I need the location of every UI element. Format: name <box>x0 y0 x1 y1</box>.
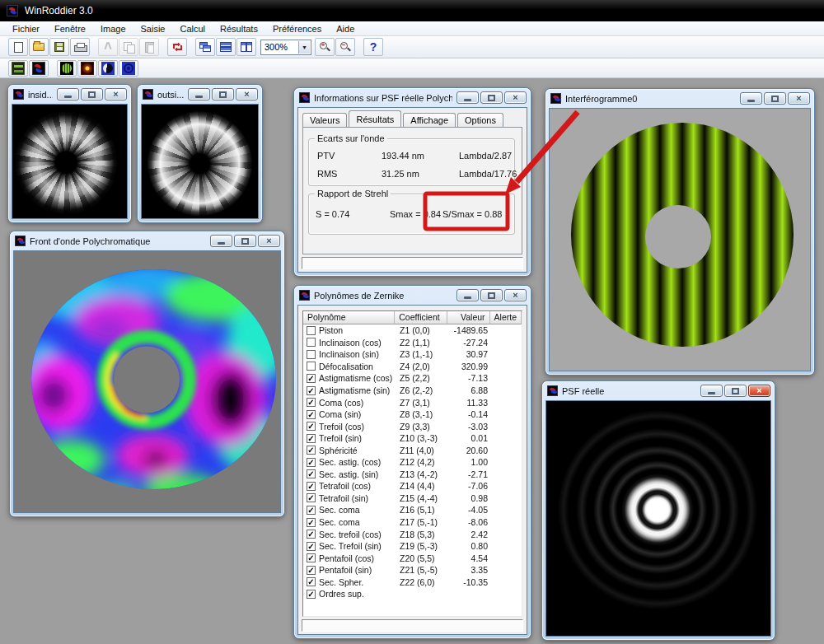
close-button[interactable]: × <box>236 88 258 100</box>
paste-button[interactable] <box>139 38 159 56</box>
window-info-titlebar[interactable]: Informations sur PSF réelle Polychro... … <box>294 88 531 107</box>
window-zernike-title: Polynômes de Zernike <box>314 291 452 301</box>
window-interferogram-titlebar[interactable]: Interférogramme0 × <box>545 89 814 108</box>
menu-item-calcul[interactable]: Calcul <box>172 22 213 35</box>
zernike-checkbox[interactable]: ✓ <box>307 386 316 395</box>
tab-affichage[interactable]: Affichage <box>403 113 456 127</box>
zernike-checkbox[interactable] <box>307 362 316 371</box>
interferogram-tool-button[interactable] <box>57 60 77 77</box>
roddier-measure-button[interactable] <box>8 60 28 77</box>
zernike-checkbox[interactable]: ✓ <box>307 553 316 562</box>
zernike-checkbox[interactable]: ✓ <box>307 434 316 443</box>
zernike-checkbox[interactable] <box>307 350 316 359</box>
close-button[interactable]: × <box>504 91 527 104</box>
minimize-button[interactable] <box>188 88 210 100</box>
window-wavefront-titlebar[interactable]: Front d'onde Polychromatique × <box>10 231 284 250</box>
combo-dropdown-button[interactable]: ▼ <box>298 41 310 54</box>
window-wavefront: Front d'onde Polychromatique × <box>10 231 284 516</box>
zernike-checkbox[interactable]: ✓ <box>307 518 316 527</box>
zernike-checkbox[interactable]: ✓ <box>307 482 316 491</box>
window-psf-titlebar[interactable]: PSF réelle × <box>542 381 775 400</box>
app-title-bar[interactable]: WinRoddier 3.0 <box>0 0 824 21</box>
zernike-checkbox[interactable]: ✓ <box>307 398 316 407</box>
zernike-value-cell: 1.00 <box>448 457 491 467</box>
zoom-level-combobox[interactable]: 300% ▼ <box>260 40 311 55</box>
column-header-valeur[interactable]: Valeur <box>447 311 490 324</box>
close-button[interactable]: × <box>105 88 127 100</box>
zernike-checkbox[interactable]: ✓ <box>307 410 316 419</box>
zoom-out-button[interactable]: − <box>335 38 355 56</box>
menu-item-fenetre[interactable]: Fenêtre <box>47 22 93 35</box>
zernike-checkbox[interactable] <box>307 326 316 335</box>
maximize-button[interactable] <box>480 91 503 104</box>
zernike-checkbox[interactable]: ✓ <box>307 374 316 383</box>
zernike-name-cell: Piston <box>303 325 396 335</box>
maximize-button[interactable] <box>81 88 103 100</box>
help-button[interactable]: ? <box>363 38 383 56</box>
cascade-windows-button[interactable] <box>195 38 215 56</box>
wavefront-tool-button[interactable] <box>98 60 118 77</box>
close-icon: × <box>266 236 271 245</box>
zernike-value-cell: 4.54 <box>448 553 491 563</box>
refresh-arrows-icon <box>171 41 184 53</box>
minimize-button[interactable] <box>456 91 479 104</box>
maximize-button[interactable] <box>234 235 256 247</box>
column-header-coefficient[interactable]: Coefficient <box>395 311 447 324</box>
zernike-checkbox[interactable]: ✓ <box>307 469 316 478</box>
close-button[interactable]: × <box>504 289 527 301</box>
maximize-button[interactable] <box>480 289 503 301</box>
zernike-checkbox[interactable]: ✓ <box>307 446 316 455</box>
psf-tool-button[interactable] <box>77 60 97 77</box>
minimize-button[interactable] <box>740 92 762 105</box>
tile-vertical-button[interactable] <box>236 38 256 56</box>
new-file-button[interactable] <box>8 38 28 56</box>
window-inside-titlebar[interactable]: insid... × <box>8 85 131 104</box>
synthetic-psf-tool-button[interactable] <box>119 60 138 77</box>
psf-diffraction-rings <box>546 401 770 636</box>
zernike-name-cell: ✓Pentafoil (cos) <box>303 553 396 563</box>
menu-item-saisie[interactable]: Saisie <box>133 22 173 35</box>
tab-valeurs[interactable]: Valeurs <box>302 113 347 127</box>
menu-item-preferences[interactable]: Préférences <box>265 22 329 35</box>
maximize-button[interactable] <box>764 92 786 105</box>
tab-options[interactable]: Options <box>457 113 503 127</box>
tile-horizontal-button[interactable] <box>216 38 236 56</box>
window-outside-titlebar[interactable]: outsi... × <box>138 85 262 104</box>
tab-resultats[interactable]: Résultats <box>349 110 401 127</box>
zernike-checkbox[interactable]: ✓ <box>307 458 316 467</box>
close-button[interactable]: × <box>748 385 770 397</box>
cut-button[interactable] <box>98 38 118 56</box>
zernike-checkbox[interactable]: ✓ <box>307 577 316 586</box>
refresh-button[interactable] <box>167 38 187 56</box>
minimize-button[interactable] <box>57 88 79 100</box>
menu-item-aide[interactable]: Aide <box>329 22 362 35</box>
open-file-button[interactable] <box>29 38 49 56</box>
maximize-button[interactable] <box>724 385 747 397</box>
minimize-button[interactable] <box>700 385 723 397</box>
column-header-alerte[interactable]: Alerte <box>490 311 522 324</box>
zernike-checkbox[interactable] <box>307 338 316 347</box>
close-button[interactable]: × <box>788 92 810 105</box>
zernike-name-cell: Inclinaison (cos) <box>303 338 396 348</box>
zernike-checkbox[interactable]: ✓ <box>307 422 316 431</box>
menu-item-fichier[interactable]: Fichier <box>5 22 47 35</box>
zoom-in-button[interactable]: + <box>315 38 335 56</box>
winroddier-logo-button[interactable] <box>29 60 49 77</box>
menu-item-image[interactable]: Image <box>93 22 133 35</box>
minimize-button[interactable] <box>210 235 232 247</box>
zernike-checkbox[interactable]: ✓ <box>307 566 316 575</box>
copy-button[interactable] <box>119 38 138 56</box>
menu-item-resultats[interactable]: Résultats <box>213 22 265 35</box>
close-button[interactable]: × <box>258 235 280 247</box>
save-button[interactable] <box>49 38 69 56</box>
zernike-checkbox[interactable]: ✓ <box>307 493 316 502</box>
column-header-polynome[interactable]: Polynôme <box>303 311 395 324</box>
window-zernike-titlebar[interactable]: Polynômes de Zernike × <box>294 286 531 305</box>
print-button[interactable] <box>70 38 90 56</box>
zernike-checkbox[interactable]: ✓ <box>307 530 316 539</box>
zernike-checkbox[interactable]: ✓ <box>307 542 316 551</box>
minimize-button[interactable] <box>456 289 479 301</box>
maximize-button[interactable] <box>212 88 234 100</box>
zernike-checkbox[interactable]: ✓ <box>307 506 316 515</box>
zernike-checkbox[interactable]: ✓ <box>307 590 316 599</box>
